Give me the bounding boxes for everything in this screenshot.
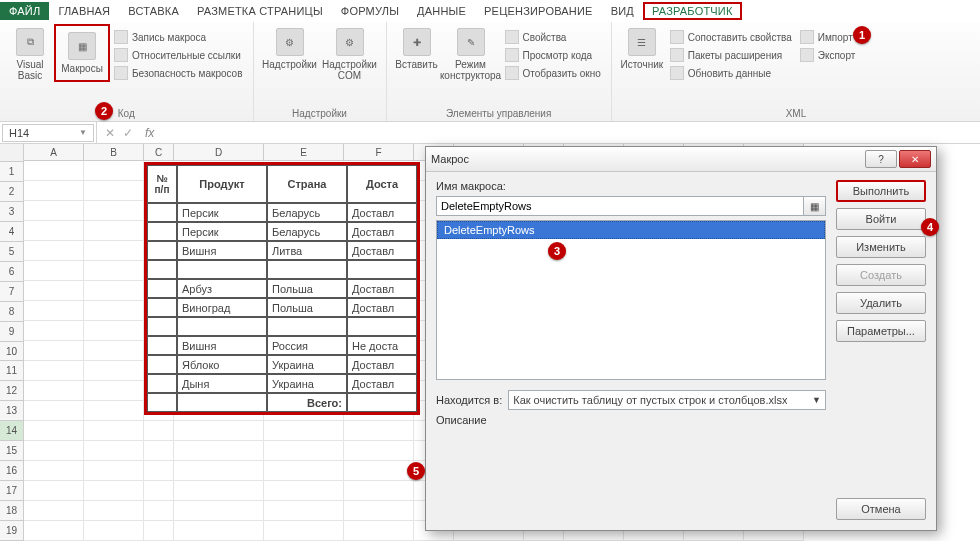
tab-file[interactable]: ФАЙЛ bbox=[0, 2, 49, 20]
addins-button[interactable]: ⚙ Надстройки bbox=[260, 24, 320, 74]
ref-picker-button[interactable]: ▦ bbox=[804, 196, 826, 216]
table-cell[interactable] bbox=[147, 260, 177, 279]
col-header[interactable]: A bbox=[24, 144, 84, 161]
table-cell[interactable] bbox=[347, 393, 417, 412]
grid-cell[interactable] bbox=[174, 421, 264, 441]
cancel-button[interactable]: Отмена bbox=[836, 498, 926, 520]
col-header[interactable]: B bbox=[84, 144, 144, 161]
table-cell[interactable]: Украина bbox=[267, 355, 347, 374]
grid-cell[interactable] bbox=[84, 281, 144, 301]
refresh-data-link[interactable]: Обновить данные bbox=[670, 66, 792, 80]
table-cell[interactable] bbox=[147, 317, 177, 336]
table-cell[interactable]: Арбуз bbox=[177, 279, 267, 298]
grid-cell[interactable] bbox=[84, 421, 144, 441]
expansion-packs-link[interactable]: Пакеты расширения bbox=[670, 48, 792, 62]
accept-formula-icon[interactable]: ✓ bbox=[123, 126, 133, 140]
grid-cell[interactable] bbox=[84, 401, 144, 421]
table-cell[interactable] bbox=[147, 393, 177, 412]
grid-cell[interactable] bbox=[24, 361, 84, 381]
edit-button[interactable]: Изменить bbox=[836, 236, 926, 258]
table-cell[interactable]: Беларусь bbox=[267, 203, 347, 222]
table-cell[interactable] bbox=[347, 260, 417, 279]
grid-cell[interactable] bbox=[24, 501, 84, 521]
grid-cell[interactable] bbox=[144, 481, 174, 501]
table-cell[interactable]: Польша bbox=[267, 298, 347, 317]
tab-insert[interactable]: ВСТАВКА bbox=[119, 2, 188, 20]
delete-button[interactable]: Удалить bbox=[836, 292, 926, 314]
grid-cell[interactable] bbox=[24, 181, 84, 201]
params-button[interactable]: Параметры... bbox=[836, 320, 926, 342]
table-cell[interactable] bbox=[147, 355, 177, 374]
grid-cell[interactable] bbox=[174, 481, 264, 501]
macro-list-item[interactable]: DeleteEmptyRows bbox=[437, 221, 825, 239]
table-cell[interactable]: Доставл bbox=[347, 374, 417, 393]
grid-cell[interactable] bbox=[24, 161, 84, 181]
tab-home[interactable]: ГЛАВНАЯ bbox=[49, 2, 119, 20]
grid-cell[interactable] bbox=[24, 241, 84, 261]
grid-cell[interactable] bbox=[84, 361, 144, 381]
grid-cell[interactable] bbox=[24, 341, 84, 361]
col-header[interactable]: C bbox=[144, 144, 174, 161]
table-cell[interactable] bbox=[267, 317, 347, 336]
table-cell[interactable] bbox=[177, 393, 267, 412]
table-cell[interactable] bbox=[147, 336, 177, 355]
row-header[interactable]: 16 bbox=[0, 461, 24, 481]
row-header[interactable]: 12 bbox=[0, 381, 24, 401]
table-cell[interactable]: Литва bbox=[267, 241, 347, 260]
grid-cell[interactable] bbox=[24, 441, 84, 461]
table-cell[interactable]: Доставл bbox=[347, 279, 417, 298]
cancel-formula-icon[interactable]: ✕ bbox=[105, 126, 115, 140]
grid-cell[interactable] bbox=[24, 421, 84, 441]
row-header[interactable]: 2 bbox=[0, 182, 24, 202]
table-cell[interactable]: Персик bbox=[177, 203, 267, 222]
grid-cell[interactable] bbox=[24, 381, 84, 401]
table-cell[interactable]: Вишня bbox=[177, 241, 267, 260]
grid-cell[interactable] bbox=[144, 461, 174, 481]
grid-cell[interactable] bbox=[144, 421, 174, 441]
row-header[interactable]: 5 bbox=[0, 242, 24, 262]
grid-cell[interactable] bbox=[24, 201, 84, 221]
table-cell[interactable] bbox=[147, 241, 177, 260]
import-link[interactable]: Импорт bbox=[800, 30, 856, 44]
grid-cell[interactable] bbox=[84, 301, 144, 321]
row-header[interactable]: 1 bbox=[0, 162, 24, 182]
record-macro-link[interactable]: Запись макроса bbox=[114, 30, 243, 44]
grid-cell[interactable] bbox=[84, 481, 144, 501]
grid-cell[interactable] bbox=[264, 501, 344, 521]
table-cell[interactable] bbox=[147, 203, 177, 222]
table-cell[interactable] bbox=[347, 317, 417, 336]
close-button[interactable]: ✕ bbox=[899, 150, 931, 168]
step-into-button[interactable]: Войти bbox=[836, 208, 926, 230]
macro-security-link[interactable]: Безопасность макросов bbox=[114, 66, 243, 80]
grid-cell[interactable] bbox=[344, 441, 414, 461]
export-link[interactable]: Экспорт bbox=[800, 48, 856, 62]
row-header[interactable]: 14 bbox=[0, 421, 24, 441]
grid-cell[interactable] bbox=[84, 221, 144, 241]
row-header[interactable]: 8 bbox=[0, 302, 24, 322]
map-props-link[interactable]: Сопоставить свойства bbox=[670, 30, 792, 44]
help-button[interactable]: ? bbox=[865, 150, 897, 168]
table-cell[interactable]: Польша bbox=[267, 279, 347, 298]
table-cell[interactable]: Яблоко bbox=[177, 355, 267, 374]
table-cell[interactable]: Дыня bbox=[177, 374, 267, 393]
row-header[interactable]: 11 bbox=[0, 361, 24, 381]
table-cell[interactable]: Персик bbox=[177, 222, 267, 241]
grid-cell[interactable] bbox=[174, 501, 264, 521]
grid-cell[interactable] bbox=[174, 441, 264, 461]
grid-cell[interactable] bbox=[144, 501, 174, 521]
design-mode-button[interactable]: ✎ Режим конструктора bbox=[441, 24, 501, 85]
table-cell[interactable] bbox=[147, 222, 177, 241]
tab-developer[interactable]: РАЗРАБОТЧИК bbox=[643, 2, 742, 20]
table-cell[interactable]: Виноград bbox=[177, 298, 267, 317]
table-cell[interactable]: Доставл bbox=[347, 298, 417, 317]
execute-button[interactable]: Выполнить bbox=[836, 180, 926, 202]
col-header[interactable]: E bbox=[264, 144, 344, 161]
grid-cell[interactable] bbox=[24, 321, 84, 341]
grid-cell[interactable] bbox=[84, 161, 144, 181]
row-header[interactable]: 19 bbox=[0, 521, 24, 541]
row-header[interactable]: 17 bbox=[0, 481, 24, 501]
table-cell[interactable]: Доставл bbox=[347, 355, 417, 374]
grid-cell[interactable] bbox=[84, 201, 144, 221]
grid-cell[interactable] bbox=[24, 261, 84, 281]
grid-cell[interactable] bbox=[24, 521, 84, 541]
